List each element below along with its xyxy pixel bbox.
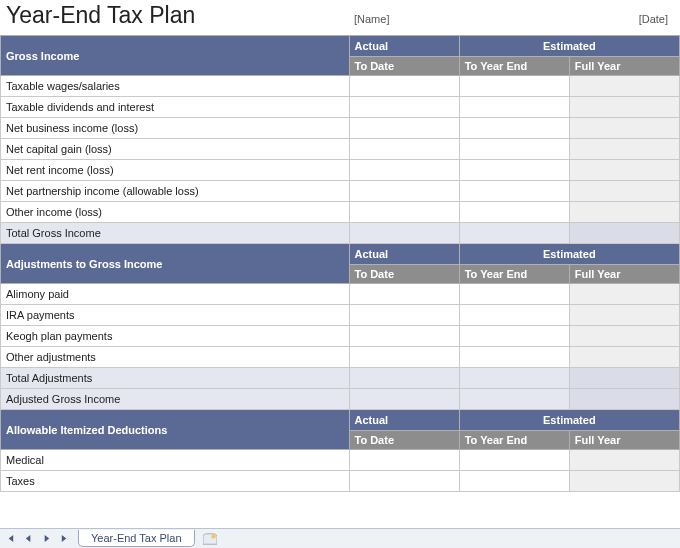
cell-to-year-end[interactable] <box>459 139 569 160</box>
table-row: Other income (loss) <box>1 202 680 223</box>
cell-to-year-end[interactable] <box>459 118 569 139</box>
cell-actual[interactable] <box>349 97 459 118</box>
cell-full-year <box>569 389 679 410</box>
cell-to-year-end[interactable] <box>459 181 569 202</box>
cell-full-year <box>569 368 679 389</box>
cell-to-year-end <box>459 389 569 410</box>
total-row: Total Gross Income <box>1 223 680 244</box>
col-header-estimated: Estimated <box>459 410 679 431</box>
cell-full-year[interactable] <box>569 305 679 326</box>
cell-full-year[interactable] <box>569 202 679 223</box>
col-header-actual: Actual <box>349 410 459 431</box>
svg-point-0 <box>211 534 215 538</box>
row-label: Taxable wages/salaries <box>1 76 350 97</box>
col-sub-full-year: Full Year <box>569 431 679 450</box>
cell-actual[interactable] <box>349 305 459 326</box>
row-label: Other adjustments <box>1 347 350 368</box>
table-row: IRA payments <box>1 305 680 326</box>
tab-nav-next-icon[interactable] <box>38 531 54 547</box>
row-label: Alimony paid <box>1 284 350 305</box>
row-label: Net business income (loss) <box>1 118 350 139</box>
table-row: Net partnership income (allowable loss) <box>1 181 680 202</box>
col-sub-to-year-end: To Year End <box>459 431 569 450</box>
table-row: Taxes <box>1 471 680 492</box>
col-header-actual: Actual <box>349 36 459 57</box>
total-label: Adjusted Gross Income <box>1 389 350 410</box>
total-label: Total Adjustments <box>1 368 350 389</box>
cell-to-year-end <box>459 368 569 389</box>
col-sub-full-year: Full Year <box>569 57 679 76</box>
tax-plan-table: Gross IncomeActualEstimatedTo DateTo Yea… <box>0 35 680 492</box>
cell-actual[interactable] <box>349 284 459 305</box>
cell-actual <box>349 368 459 389</box>
table-row: Other adjustments <box>1 347 680 368</box>
cell-to-year-end[interactable] <box>459 97 569 118</box>
tab-nav-last-icon[interactable] <box>56 531 72 547</box>
cell-to-year-end[interactable] <box>459 160 569 181</box>
cell-full-year[interactable] <box>569 139 679 160</box>
title-row: Year-End Tax Plan [Name] [Date] <box>0 0 680 35</box>
cell-to-year-end[interactable] <box>459 326 569 347</box>
tab-nav-first-icon[interactable] <box>2 531 18 547</box>
table-row: Taxable wages/salaries <box>1 76 680 97</box>
col-header-actual: Actual <box>349 244 459 265</box>
total-row: Total Adjustments <box>1 368 680 389</box>
cell-to-year-end[interactable] <box>459 471 569 492</box>
col-header-estimated: Estimated <box>459 36 679 57</box>
cell-full-year[interactable] <box>569 326 679 347</box>
cell-to-year-end[interactable] <box>459 284 569 305</box>
table-row: Net capital gain (loss) <box>1 139 680 160</box>
cell-full-year[interactable] <box>569 118 679 139</box>
cell-actual[interactable] <box>349 76 459 97</box>
col-sub-to-year-end: To Year End <box>459 57 569 76</box>
table-row: Taxable dividends and interest <box>1 97 680 118</box>
cell-full-year[interactable] <box>569 160 679 181</box>
row-label: Medical <box>1 450 350 471</box>
cell-to-year-end[interactable] <box>459 450 569 471</box>
cell-full-year[interactable] <box>569 181 679 202</box>
cell-actual[interactable] <box>349 326 459 347</box>
total-row: Adjusted Gross Income <box>1 389 680 410</box>
row-label: Net partnership income (allowable loss) <box>1 181 350 202</box>
cell-actual <box>349 389 459 410</box>
row-label: Net rent income (loss) <box>1 160 350 181</box>
cell-to-year-end[interactable] <box>459 305 569 326</box>
cell-actual[interactable] <box>349 139 459 160</box>
cell-to-year-end[interactable] <box>459 76 569 97</box>
cell-full-year[interactable] <box>569 471 679 492</box>
cell-full-year[interactable] <box>569 76 679 97</box>
cell-to-year-end[interactable] <box>459 202 569 223</box>
cell-actual[interactable] <box>349 450 459 471</box>
cell-actual[interactable] <box>349 202 459 223</box>
col-sub-to-year-end: To Year End <box>459 265 569 284</box>
meta-date: [Date] <box>474 13 672 25</box>
cell-actual[interactable] <box>349 347 459 368</box>
col-header-estimated: Estimated <box>459 244 679 265</box>
table-row: Keogh plan payments <box>1 326 680 347</box>
sheet-tab-strip: Year-End Tax Plan <box>0 528 680 548</box>
cell-full-year[interactable] <box>569 347 679 368</box>
cell-actual[interactable] <box>349 471 459 492</box>
new-sheet-icon[interactable] <box>201 532 219 546</box>
section-heading: Adjustments to Gross Income <box>1 244 350 284</box>
cell-to-year-end[interactable] <box>459 347 569 368</box>
row-label: Taxable dividends and interest <box>1 97 350 118</box>
cell-actual[interactable] <box>349 160 459 181</box>
table-row: Alimony paid <box>1 284 680 305</box>
table-row: Medical <box>1 450 680 471</box>
col-sub-full-year: Full Year <box>569 265 679 284</box>
cell-to-year-end <box>459 223 569 244</box>
col-sub-to-date: To Date <box>349 265 459 284</box>
section-heading: Gross Income <box>1 36 350 76</box>
cell-actual[interactable] <box>349 118 459 139</box>
cell-actual <box>349 223 459 244</box>
row-label: Taxes <box>1 471 350 492</box>
tab-nav-prev-icon[interactable] <box>20 531 36 547</box>
meta-name: [Name] <box>354 13 474 25</box>
cell-full-year[interactable] <box>569 450 679 471</box>
cell-actual[interactable] <box>349 181 459 202</box>
sheet-tab-active[interactable]: Year-End Tax Plan <box>78 530 195 547</box>
cell-full-year <box>569 223 679 244</box>
cell-full-year[interactable] <box>569 284 679 305</box>
cell-full-year[interactable] <box>569 97 679 118</box>
